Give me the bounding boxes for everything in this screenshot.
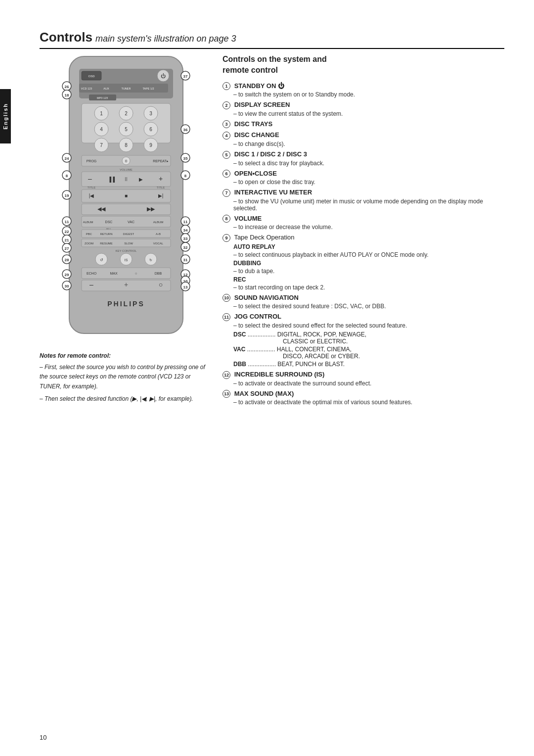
svg-text:▶|: ▶| xyxy=(158,193,164,198)
svg-text:9: 9 xyxy=(149,142,152,148)
svg-text:8: 8 xyxy=(184,174,187,178)
item-2-num: 2 xyxy=(222,101,230,109)
svg-text:PHILIPS: PHILIPS xyxy=(107,300,144,308)
item-13-num: 13 xyxy=(222,390,230,398)
svg-text:32: 32 xyxy=(183,245,188,250)
svg-text:KEY CONTROL: KEY CONTROL xyxy=(116,249,137,252)
item-6-num: 6 xyxy=(222,170,230,178)
svg-text:6: 6 xyxy=(149,127,152,132)
item-11-num: 11 xyxy=(222,313,230,321)
item-11-dbb: DBB ................. BEAT, PUNCH or BLA… xyxy=(233,361,504,368)
svg-text:▶: ▶ xyxy=(139,177,143,182)
svg-text:11: 11 xyxy=(65,220,69,224)
item-11-desc: to select the desired sound effect for t… xyxy=(233,322,504,329)
svg-text:▶▶: ▶▶ xyxy=(147,206,155,212)
svg-text:VCD 123: VCD 123 xyxy=(81,87,92,90)
svg-text:26: 26 xyxy=(65,85,69,89)
item-10-desc: to select the desired sound feature : DS… xyxy=(233,303,504,310)
svg-text:A-B: A-B xyxy=(156,233,161,236)
svg-text:–: – xyxy=(88,175,92,183)
item-2-label: DISPLAY SCREEN xyxy=(234,101,290,108)
svg-text:TITLE: TITLE xyxy=(157,186,165,189)
left-column: OSD ⏻ VCD 123 AUX TUNER TAPE 1/2 MP3 123 xyxy=(40,54,208,409)
item-4-num: 4 xyxy=(222,132,230,140)
svg-text:MAX: MAX xyxy=(110,272,118,275)
item-12-desc: to activate or deactivate the surround s… xyxy=(233,380,504,387)
title-bold: Controls xyxy=(40,30,92,45)
notes-section: Notes for remote control: – First, selec… xyxy=(40,351,208,404)
svg-text:19: 19 xyxy=(65,193,69,198)
item-volume: 8 VOLUME to increase or decrease the vol… xyxy=(222,215,504,231)
item-6-label: OPEN•CLOSE xyxy=(234,170,277,177)
item-open-close: 6 OPEN•CLOSE to open or close the disc t… xyxy=(222,170,504,186)
svg-text:33: 33 xyxy=(183,236,188,241)
remote-wrapper: OSD ⏻ VCD 123 AUX TUNER TAPE 1/2 MP3 123 xyxy=(54,54,198,341)
svg-text:MP3 123: MP3 123 xyxy=(97,96,108,99)
notes-line1: – First, select the source you wish to c… xyxy=(40,363,208,391)
item-8-label: VOLUME xyxy=(234,215,262,222)
svg-text:3: 3 xyxy=(149,111,152,116)
svg-text:21: 21 xyxy=(65,238,69,242)
item-12-num: 12 xyxy=(222,371,230,379)
svg-text:PBC: PBC xyxy=(86,233,92,236)
language-label: English xyxy=(2,103,8,130)
item-12-label: INCREDIBLE SURROUND (IS) xyxy=(234,371,325,378)
item-3-label: DISC TRAYS xyxy=(234,120,273,128)
svg-text:DIGEST: DIGEST xyxy=(123,233,134,236)
svg-text:5: 5 xyxy=(125,127,128,132)
svg-text:34: 34 xyxy=(183,228,188,233)
svg-text:22: 22 xyxy=(65,230,69,234)
remote-illustration: OSD ⏻ VCD 123 AUX TUNER TAPE 1/2 MP3 123 xyxy=(54,54,198,341)
item-7-label: INTERACTIVE VU METER xyxy=(234,189,312,196)
svg-text:|◀: |◀ xyxy=(89,193,94,198)
item-6-desc: to open or close the disc tray. xyxy=(233,179,504,186)
item-jog-control: 11 JOG CONTROL to select the desired sou… xyxy=(222,313,504,368)
svg-text:24: 24 xyxy=(65,156,69,161)
svg-text:VAC: VAC xyxy=(128,220,134,224)
item-7-num: 7 xyxy=(222,189,230,197)
section-heading: Controls on the system and remote contro… xyxy=(222,54,504,76)
item-vu-meter: 7 INTERACTIVE VU METER to show the VU (v… xyxy=(222,189,504,212)
svg-text:35: 35 xyxy=(183,156,188,161)
svg-text:■: ■ xyxy=(125,193,128,198)
item-disc-change: 4 DISC CHANGE to change disc(s). xyxy=(222,131,504,147)
item-disc-trays: 3 DISC TRAYS xyxy=(222,120,504,129)
svg-text:31: 31 xyxy=(183,258,188,262)
heading-line2: remote control xyxy=(222,66,278,74)
item-2-desc: to view the current status of the system… xyxy=(233,110,504,117)
svg-text:ZOOM: ZOOM xyxy=(85,242,93,245)
svg-text:DSC: DSC xyxy=(105,220,113,224)
item-9-dubbing-desc: to dub a tape. xyxy=(233,268,504,275)
svg-text:PROG: PROG xyxy=(87,159,97,163)
svg-text:REPEAT▸: REPEAT▸ xyxy=(153,159,169,163)
item-5-num: 5 xyxy=(222,151,230,159)
svg-text:RETURN: RETURN xyxy=(100,233,113,236)
svg-text:ECHO: ECHO xyxy=(87,272,97,275)
svg-text:4: 4 xyxy=(100,127,103,132)
item-8-num: 8 xyxy=(222,215,230,223)
page-number: 10 xyxy=(40,734,46,741)
svg-text:0: 0 xyxy=(125,159,128,163)
page-content: Controls main system's illustration on p… xyxy=(40,30,504,409)
right-column: Controls on the system and remote contro… xyxy=(222,54,504,409)
item-9-sub-rec: REC xyxy=(233,276,504,283)
svg-text:VOCAL: VOCAL xyxy=(153,242,164,245)
svg-text:TUNER: TUNER xyxy=(122,87,131,90)
svg-text:8: 8 xyxy=(125,142,128,148)
item-is: 12 INCREDIBLE SURROUND (IS) to activate … xyxy=(222,371,504,387)
svg-text:DBB: DBB xyxy=(155,272,162,275)
svg-text:○: ○ xyxy=(159,281,163,288)
svg-text:RESUME: RESUME xyxy=(100,242,113,245)
item-7-desc: to show the VU (volume unit) meter in mu… xyxy=(233,198,504,212)
svg-text:29: 29 xyxy=(65,273,69,277)
svg-text:+: + xyxy=(159,175,163,183)
svg-text:TITLE: TITLE xyxy=(88,186,95,189)
svg-text:8: 8 xyxy=(66,174,68,178)
svg-text:OSD: OSD xyxy=(88,75,95,78)
item-11-vac: VAC ................. HALL, CONCERT, CIN… xyxy=(233,346,504,360)
language-tab: English xyxy=(0,89,11,143)
svg-text:II: II xyxy=(125,177,128,182)
item-5-desc: to select a disc tray for playback. xyxy=(233,160,504,167)
svg-rect-50 xyxy=(82,204,171,215)
svg-text:VOLUME: VOLUME xyxy=(120,168,132,171)
